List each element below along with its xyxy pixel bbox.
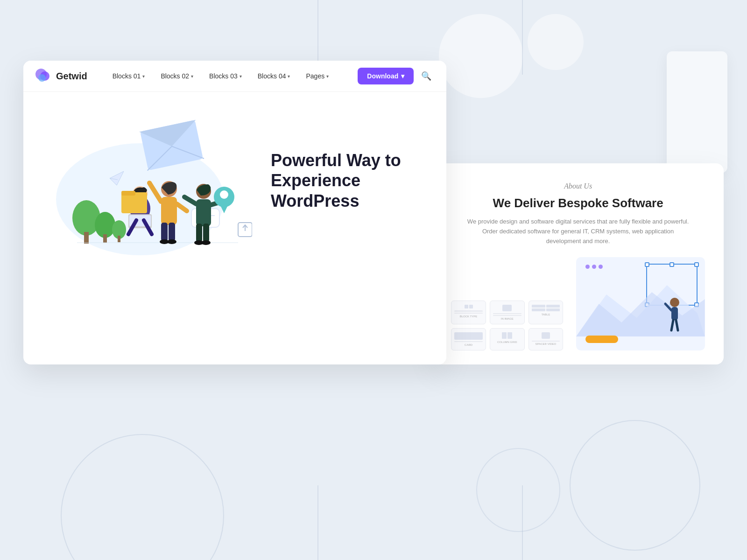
nav-item-blocks04[interactable]: Blocks 04 ▾: [251, 69, 297, 84]
hero-text-area: Powerful Way to Experience WordPress: [252, 150, 428, 211]
handle-tc: [669, 262, 674, 267]
svg-point-22: [95, 212, 115, 238]
bg-line-3: [317, 485, 318, 560]
chevron-down-icon: ▾: [142, 74, 145, 79]
navbar: Getwid Blocks 01 ▾ Blocks 02 ▾ Blocks 03…: [23, 61, 446, 92]
block-item-2: IN IMAGE: [490, 301, 525, 324]
hero-title: Powerful Way to Experience WordPress: [271, 150, 420, 211]
svg-rect-58: [671, 307, 678, 320]
handle-tr: [694, 262, 699, 267]
hero-area: Powerful Way to Experience WordPress: [23, 92, 446, 269]
logo-icon: [35, 68, 51, 84]
about-bottom-content: BLOCK TYPE IN IMAGE: [451, 257, 705, 350]
svg-point-9: [203, 143, 222, 156]
about-title: We Deliver Bespoke Software: [451, 196, 705, 210]
search-icon: 🔍: [421, 71, 431, 81]
chevron-down-icon: ▾: [288, 74, 290, 79]
bg-card-decoration: [667, 51, 727, 173]
block-item-6: SPACER VIDEO: [529, 328, 564, 350]
chevron-down-icon: ▾: [191, 74, 193, 79]
chevron-down-icon: ▾: [401, 72, 404, 80]
svg-point-57: [670, 298, 679, 307]
handle-tl: [645, 262, 649, 267]
bg-line-4: [522, 485, 523, 560]
svg-rect-42: [121, 191, 135, 196]
toolbar-dots: [585, 265, 603, 269]
hero-illustration: [37, 106, 252, 255]
svg-rect-37: [161, 223, 168, 241]
block-label-2: IN IMAGE: [493, 317, 521, 320]
about-card: About Us We Deliver Bespoke Software We …: [432, 163, 724, 364]
blocks-grid: BLOCK TYPE IN IMAGE: [451, 301, 563, 350]
block-item-1: BLOCK TYPE: [451, 301, 486, 324]
block-label-3: TABLE: [532, 313, 560, 316]
svg-point-6: [64, 133, 85, 147]
svg-point-2: [38, 74, 46, 82]
logo-area[interactable]: Getwid: [35, 68, 87, 84]
nav-item-pages[interactable]: Pages ▾: [299, 69, 335, 84]
svg-line-60: [671, 320, 673, 330]
svg-rect-21: [84, 232, 89, 244]
svg-rect-48: [203, 224, 209, 242]
block-label-5: COLUMN GRID: [493, 341, 521, 343]
svg-rect-47: [196, 224, 202, 242]
logo-text: Getwid: [56, 71, 87, 82]
svg-rect-38: [169, 223, 175, 241]
about-tag: About Us: [451, 182, 705, 190]
nav-links: Blocks 01 ▾ Blocks 02 ▾ Blocks 03 ▾ Bloc…: [106, 69, 354, 84]
nav-item-blocks03[interactable]: Blocks 03 ▾: [203, 69, 248, 84]
chevron-down-icon: ▾: [326, 74, 329, 79]
nav-item-blocks01[interactable]: Blocks 01 ▾: [106, 69, 152, 84]
search-button[interactable]: 🔍: [417, 67, 435, 85]
browser-card: Getwid Blocks 01 ▾ Blocks 02 ▾ Blocks 03…: [23, 61, 446, 364]
bg-circle-bottom-left: [61, 434, 224, 560]
nav-item-blocks02[interactable]: Blocks 02 ▾: [154, 69, 200, 84]
main-wrapper: Getwid Blocks 01 ▾ Blocks 02 ▾ Blocks 03…: [23, 61, 724, 364]
bg-circle-bottom-right2: [476, 448, 560, 532]
chevron-down-icon: ▾: [240, 74, 242, 79]
toolbar-dot-1: [585, 265, 590, 269]
block-item-3: TABLE: [529, 301, 564, 324]
download-button[interactable]: Download ▾: [358, 68, 414, 84]
toolbar-dot-3: [599, 265, 603, 269]
yellow-cta-button[interactable]: [585, 336, 618, 343]
figure-svg: [663, 295, 686, 337]
about-description: We provide design and software digital s…: [466, 217, 690, 246]
svg-rect-23: [103, 234, 107, 243]
svg-point-50: [201, 240, 211, 245]
bg-circle-bottom-right: [570, 420, 700, 551]
svg-point-40: [167, 239, 176, 244]
svg-line-59: [665, 304, 671, 310]
blocks-grid-area: BLOCK TYPE IN IMAGE: [451, 301, 563, 350]
designer-area: [576, 257, 705, 350]
svg-point-52: [220, 190, 228, 199]
block-label-6: SPACER VIDEO: [532, 343, 560, 345]
svg-rect-33: [161, 197, 177, 225]
toolbar-dot-2: [592, 265, 596, 269]
block-item-4: CARD: [451, 328, 486, 350]
svg-line-61: [676, 320, 678, 330]
svg-rect-25: [118, 236, 120, 242]
block-label-4: CARD: [454, 343, 483, 346]
block-item-5: COLUMN GRID: [490, 328, 525, 350]
block-label-1: BLOCK TYPE: [454, 315, 483, 318]
